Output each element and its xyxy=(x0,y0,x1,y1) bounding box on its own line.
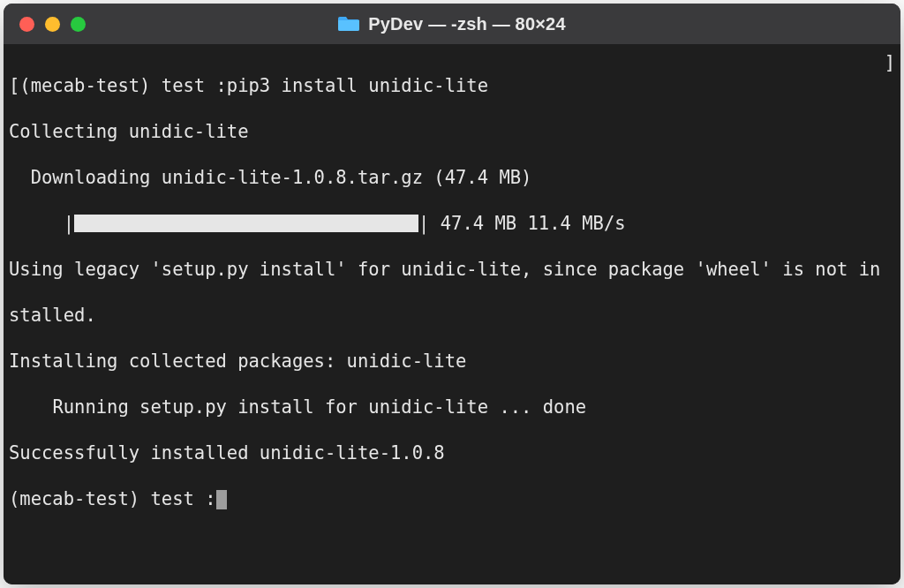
prompt-line-1: [(mecab-test) test :pip3 install unidic-… xyxy=(9,74,895,97)
title-wrap: PyDev — -zsh — 80×24 xyxy=(338,14,566,34)
terminal-body[interactable]: [(mecab-test) test :pip3 install unidic-… xyxy=(4,44,900,584)
close-bracket: ] xyxy=(885,51,895,74)
output-running: Running setup.py install for unidic-lite… xyxy=(9,396,895,418)
output-installing: Installing collected packages: unidic-li… xyxy=(9,350,895,373)
cursor xyxy=(216,490,227,509)
traffic-lights xyxy=(4,17,86,32)
window-titlebar[interactable]: PyDev — -zsh — 80×24 xyxy=(4,4,900,44)
prompt-1: (mecab-test) test : xyxy=(19,75,227,96)
window-title: PyDev — -zsh — 80×24 xyxy=(368,14,566,34)
close-button[interactable] xyxy=(19,17,34,32)
folder-icon xyxy=(338,15,359,33)
output-legacy-2: stalled. xyxy=(9,304,895,327)
output-downloading: Downloading unidic-lite-1.0.8.tar.gz (47… xyxy=(9,166,895,189)
progress-prefix: | xyxy=(9,212,74,235)
progress-line: || 47.4 MB 11.4 MB/s xyxy=(9,212,895,235)
minimize-button[interactable] xyxy=(45,17,60,32)
prompt-line-2: (mecab-test) test : xyxy=(9,487,895,510)
maximize-button[interactable] xyxy=(71,17,86,32)
output-collecting: Collecting unidic-lite xyxy=(9,120,895,143)
progress-bar xyxy=(74,215,418,232)
output-legacy-1: Using legacy 'setup.py install' for unid… xyxy=(9,258,895,281)
output-success: Successfully installed unidic-lite-1.0.8 xyxy=(9,441,895,464)
command-1: pip3 install unidic-lite xyxy=(227,75,488,96)
progress-suffix: | 47.4 MB 11.4 MB/s xyxy=(418,212,626,235)
open-bracket: [ xyxy=(9,75,19,96)
terminal-window: PyDev — -zsh — 80×24 [(mecab-test) test … xyxy=(4,4,900,584)
prompt-2: (mecab-test) test : xyxy=(9,488,216,509)
